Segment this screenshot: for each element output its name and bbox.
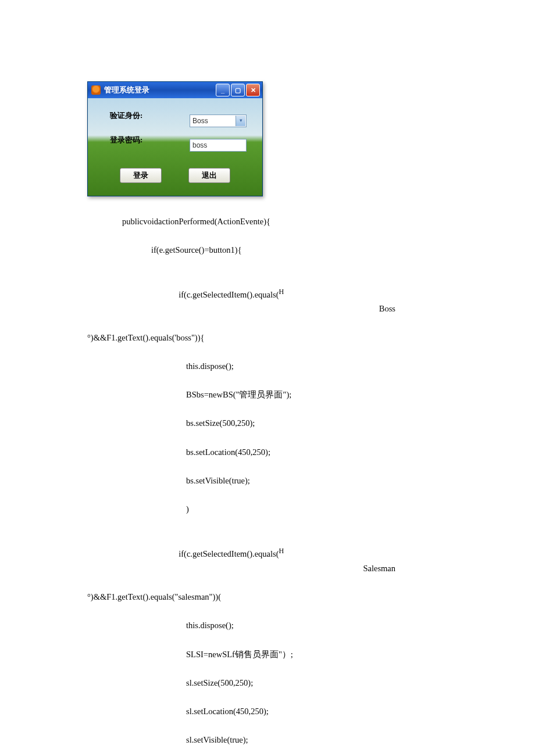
code-line: )	[87, 502, 454, 517]
code-line: bs.setLocation(450,250);	[87, 445, 454, 460]
code-sup: H	[279, 288, 284, 296]
code-seg: if(c.getSelectedItem().equals(	[179, 290, 279, 299]
chevron-down-icon[interactable]: ▾	[236, 116, 245, 126]
code-line: BSbs=newBS("管理员界面″);	[87, 388, 454, 402]
window-buttons: _ ▢ ✕	[216, 84, 260, 96]
code-line: if(e.getSource()=button1){	[87, 243, 454, 257]
code-line: if(c.getSelectedItem().equals(H Boss	[87, 271, 454, 316]
close-button[interactable]: ✕	[246, 84, 260, 96]
minimize-button[interactable]: _	[216, 84, 230, 96]
code-line: this.dispose();	[87, 359, 454, 374]
code-line: sl.setLocation(450,250);	[87, 704, 454, 719]
client-area: 验证身份: Boss ▾ 登录密码: boss 登录 退出	[88, 98, 262, 196]
password-value: boss	[192, 139, 207, 151]
code-line: bs.setSize(500,250);	[87, 416, 454, 431]
code-seg: if(c.getSelectedItem().equals(	[179, 549, 279, 558]
code-line: publicvoidactionPerformed(ActionEvente){	[87, 214, 454, 229]
maximize-button[interactable]: ▢	[231, 84, 245, 96]
code-line: sl.setVisible(true);	[87, 733, 454, 747]
identity-label: 验证身份:	[110, 109, 142, 122]
code-block: publicvoidactionPerformed(ActionEvente){…	[87, 200, 454, 756]
password-label: 登录密码:	[110, 134, 142, 146]
password-input[interactable]: boss	[190, 139, 247, 152]
code-line: this.dispose();	[87, 618, 454, 633]
code-right-salesman: Salesman	[363, 561, 395, 576]
window-title: 管理系统登录	[104, 84, 149, 96]
identity-dropdown[interactable]: Boss ▾	[190, 114, 247, 127]
titlebar: 管理系统登录 _ ▢ ✕	[88, 82, 262, 98]
java-icon	[91, 85, 101, 95]
code-sup: H	[279, 547, 284, 555]
button-row: 登录 退出	[88, 168, 262, 183]
exit-button[interactable]: 退出	[188, 168, 230, 183]
code-line: °)&&F1.getText().equals('boss")){	[87, 331, 454, 345]
code-line: bs.setVisible(true);	[87, 474, 454, 488]
code-line: SLSI=newSLf销售员界面"）;	[87, 647, 454, 662]
code-line: °)&&F1.getText().equals("salesman"))(	[87, 590, 454, 604]
code-line: if(c.getSelectedItem().equals(H Salesman	[87, 531, 454, 576]
login-window: 管理系统登录 _ ▢ ✕ 验证身份: Boss ▾ 登录密码: boss	[87, 81, 263, 196]
identity-value: Boss	[192, 115, 208, 127]
code-line: sl.setSize(500,250);	[87, 676, 454, 690]
login-button[interactable]: 登录	[120, 168, 162, 183]
code-right-boss: Boss	[379, 302, 395, 316]
